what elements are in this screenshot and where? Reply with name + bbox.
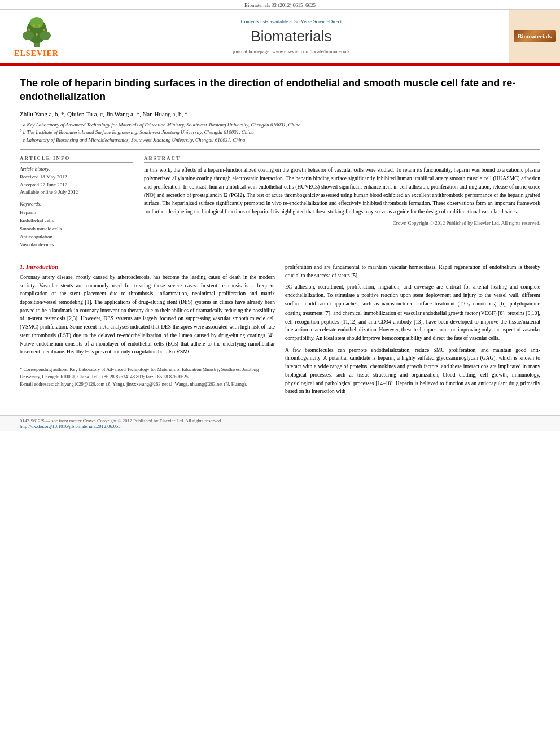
elsevier-logo: ELSEVIER: [14, 14, 59, 58]
accepted-date: Accepted 22 June 2012: [20, 181, 133, 189]
abstract-heading: abstract: [144, 155, 540, 163]
svg-point-3: [23, 31, 34, 40]
article-info-col: article info Article history: Received 1…: [20, 155, 133, 248]
received-date: Received 18 May 2012: [20, 173, 133, 181]
keyword-3: Smooth muscle cells: [20, 225, 133, 233]
svg-point-5: [30, 17, 43, 28]
elsevier-tree-icon: [17, 14, 56, 48]
svg-point-7: [43, 29, 45, 31]
article-info-heading: article info: [20, 155, 133, 163]
elsevier-brand-text: ELSEVIER: [14, 49, 59, 58]
keyword-5: Vascular devices: [20, 241, 133, 248]
doi-line: http://dx.doi.org/10.1016/j.biomaterials…: [20, 423, 540, 429]
journal-header-center: Contents lists available at SciVerse Sci…: [73, 10, 509, 63]
journal-header: ELSEVIER Contents lists available at Sci…: [0, 10, 560, 64]
intro-text: Coronary artery disease, mostly caused b…: [20, 273, 275, 356]
keyword-4: Anticoagulation: [20, 233, 133, 241]
svg-point-4: [40, 31, 51, 40]
footnote-email: E-mail addresses: zhiluyang1029@126.com …: [20, 381, 275, 388]
sciverse-line: Contents lists available at SciVerse Sci…: [241, 19, 342, 24]
keyword-1: Heparin: [20, 208, 133, 216]
section-divider-1: [20, 149, 540, 150]
biomaterials-badge-area: Biomaterials: [509, 10, 560, 63]
issn-line: 0142-9612/$ — see front matter Crown Cop…: [20, 418, 540, 423]
abstract-text: In this work, the effects of a heparin-f…: [144, 166, 540, 227]
history-label: Article history:: [20, 166, 133, 172]
keywords-label: Keywords:: [20, 201, 133, 207]
right-body-text: proliferation and are fundamental to mai…: [285, 263, 540, 396]
svg-point-6: [28, 29, 30, 31]
svg-point-10: [36, 33, 38, 36]
affiliation-b: b b The Institute of Biomaterials and Su…: [20, 128, 540, 136]
journal-citation-bar: Biomaterials 33 (2012) 6615–6625: [0, 0, 560, 10]
svg-point-8: [33, 24, 35, 27]
journal-title: Biomaterials: [251, 28, 331, 45]
article-container: The role of heparin binding surfaces in …: [0, 66, 560, 409]
body-left-col: 1. Introduction Coronary artery disease,…: [20, 263, 275, 399]
svg-point-9: [38, 24, 41, 27]
authors-line: Zhilu Yang a, b, *, Qiufen Tu a, c, Jin …: [20, 111, 540, 117]
intro-heading: 1. Introduction: [20, 263, 275, 270]
affiliation-a: a a Key Laboratory of Advanced Technolog…: [20, 121, 540, 129]
doi-link[interactable]: http://dx.doi.org/10.1016/j.biomaterials…: [20, 423, 121, 429]
body-two-col: 1. Introduction Coronary artery disease,…: [20, 263, 540, 399]
footnote-area: * Corresponding authors. Key Laboratory …: [20, 362, 275, 387]
journal-homepage: journal homepage: www.elsevier.com/locat…: [233, 49, 350, 54]
affiliations: a a Key Laboratory of Advanced Technolog…: [20, 121, 540, 144]
keyword-2: Endothelial cells: [20, 216, 133, 224]
copyright-line: Crown Copyright © 2012 Published by Else…: [144, 220, 540, 228]
body-right-col: proliferation and are fundamental to mai…: [285, 263, 540, 399]
elsevier-logo-area: ELSEVIER: [0, 10, 73, 63]
abstract-col: abstract In this work, the effects of a …: [144, 155, 540, 248]
affiliation-c: c c Laboratory of Biosensing and MicroMe…: [20, 136, 540, 144]
available-date: Available online 9 July 2012: [20, 189, 133, 196]
section-divider-2: [20, 255, 540, 255]
keywords-section: Keywords: Heparin Endothelial cells Smoo…: [20, 201, 133, 249]
article-info-abstract-cols: article info Article history: Received 1…: [20, 155, 540, 248]
article-history: Article history: Received 18 May 2012 Ac…: [20, 166, 133, 196]
footnote-star: * Corresponding authors. Key Laboratory …: [20, 366, 275, 381]
biomaterials-badge: Biomaterials: [514, 30, 556, 42]
bottom-bar: 0142-9612/$ — see front matter Crown Cop…: [0, 415, 560, 431]
article-title: The role of heparin binding surfaces in …: [20, 76, 540, 104]
